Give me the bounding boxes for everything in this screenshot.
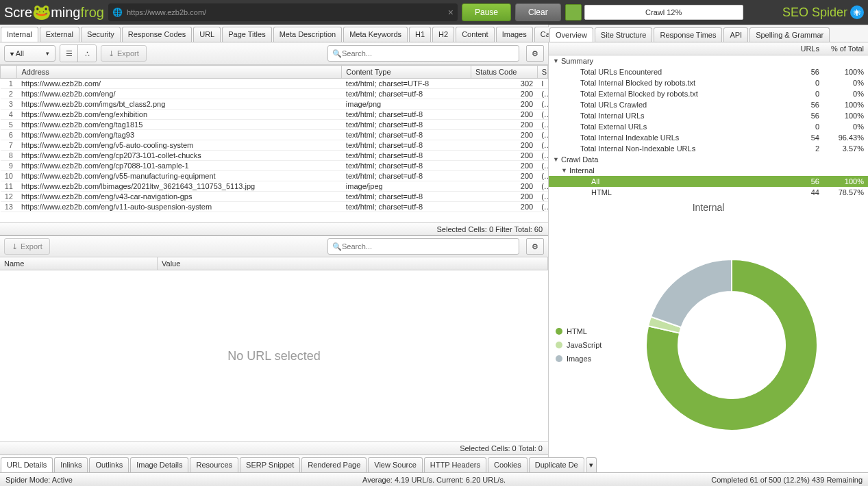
search-icon: 🔍 [332, 49, 342, 58]
tree-row[interactable]: ▼Summary [549, 55, 868, 66]
tab-external[interactable]: External [40, 27, 79, 42]
tab-meta-description[interactable]: Meta Description [273, 27, 343, 42]
col-name[interactable]: Name [0, 257, 158, 270]
filter-toolbar: ▾ All ▾ ☰ ⛬ ⤓Export 🔍 ⚙ [0, 42, 548, 65]
detail-tab-view-source[interactable]: View Source [368, 457, 423, 472]
search-icon: 🔍 [332, 242, 342, 251]
table-row[interactable]: 9https://www.ezb2b.com/eng/cp7088-101-sa… [1, 161, 548, 171]
export-icon: ⤓ [12, 242, 18, 251]
col-content-type[interactable]: Content Type [342, 66, 471, 79]
url-text: https://www.ezb2b.com/ [127, 8, 206, 16]
donut-chart [602, 256, 861, 434]
lower-toolbar: ⤓Export 🔍 ⚙ [0, 236, 548, 257]
table-row[interactable]: 10https://www.ezb2b.com/eng/v55-manufact… [1, 171, 548, 181]
url-grid[interactable]: Address Content Type Status Code S 1http… [0, 65, 548, 222]
right-tab-spelling-grammar[interactable]: Spelling & Grammar [749, 27, 830, 42]
status-bar: Spider Mode: Active Average: 4.19 URL/s.… [0, 472, 868, 486]
detail-tab-http-headers[interactable]: HTTP Headers [424, 457, 486, 472]
table-row[interactable]: 2https://www.ezb2b.com/eng/text/html; ch… [1, 89, 548, 99]
export-button[interactable]: ⤓Export [101, 45, 147, 62]
name-value-header: Name Value [0, 257, 548, 270]
clear-button[interactable]: Clear [515, 3, 561, 21]
table-row[interactable]: 3https://www.ezb2b.com/imgs/bt_class2.pn… [1, 99, 548, 110]
col-rownum[interactable] [1, 66, 17, 79]
table-row[interactable]: 1https://www.ezb2b.com/text/html; charse… [1, 79, 548, 89]
chart-area: HTMLJavaScriptImages [549, 217, 868, 472]
search-input[interactable]: 🔍 [327, 45, 519, 62]
detail-tab-resources[interactable]: Resources [190, 457, 238, 472]
tab-content[interactable]: Content [456, 27, 495, 42]
tab-images[interactable]: Images [496, 27, 533, 42]
detail-tab-image-details[interactable]: Image Details [130, 457, 188, 472]
tab-url[interactable]: URL [193, 27, 221, 42]
overview-tree[interactable]: ▼SummaryTotal URLs Encountered56100%Tota… [549, 55, 868, 198]
tree-row[interactable]: Total Internal Non-Indexable URLs23.57% [549, 143, 868, 154]
tree-row[interactable]: ▼Internal [549, 165, 868, 176]
right-tabs: OverviewSite StructureResponse TimesAPIS… [549, 25, 868, 42]
detail-tab-cookies[interactable]: Cookies [488, 457, 528, 472]
legend-item: Images [556, 355, 602, 363]
right-tab-site-structure[interactable]: Site Structure [595, 27, 653, 42]
chart-legend: HTMLJavaScriptImages [556, 327, 602, 363]
col-address[interactable]: Address [17, 66, 342, 79]
col-pct[interactable]: % of Total [823, 42, 868, 55]
table-row[interactable]: 5https://www.ezb2b.com/eng/tag1815text/h… [1, 120, 548, 130]
tree-row[interactable]: ▼Crawl Data [549, 154, 868, 165]
top-bar: Scre🐸mingfrog 🌐 https://www.ezb2b.com/ ×… [0, 0, 868, 25]
list-view-button[interactable]: ☰ [60, 45, 78, 62]
table-row[interactable]: 6https://www.ezb2b.com/eng/tag93text/htm… [1, 130, 548, 140]
tree-row[interactable]: Total URLs Crawled56100% [549, 99, 868, 110]
tab-meta-keywords[interactable]: Meta Keywords [343, 27, 408, 42]
detail-tab-outlinks[interactable]: Outlinks [89, 457, 129, 472]
tree-row[interactable]: Total Internal URLs56100% [549, 110, 868, 121]
tree-row[interactable]: All56100% [549, 176, 868, 187]
tree-row[interactable]: Total Internal Indexable URLs5496.43% [549, 132, 868, 143]
grid-footer: Selected Cells: 0 Filter Total: 60 [0, 222, 548, 235]
tab-page-titles[interactable]: Page Titles [222, 27, 271, 42]
table-row[interactable]: 7https://www.ezb2b.com/eng/v5-auto-cooli… [1, 140, 548, 151]
detail-tab-serp-snippet[interactable]: SERP Snippet [240, 457, 300, 472]
tree-row[interactable]: HTML4478.57% [549, 187, 868, 198]
right-tab-response-times[interactable]: Response Times [654, 27, 722, 42]
filter-settings-button[interactable]: ⚙ [526, 45, 544, 62]
progress-indicator-icon [565, 4, 582, 21]
col-s[interactable]: S [537, 66, 547, 79]
status-mid: Average: 4.19 URL/s. Current: 6.20 URL/s… [362, 476, 506, 484]
tab-security[interactable]: Security [81, 27, 121, 42]
tab-h1[interactable]: H1 [409, 27, 431, 42]
pause-button[interactable]: Pause [462, 3, 511, 21]
detail-tab-url-details[interactable]: URL Details [1, 457, 53, 472]
col-urls[interactable]: URLs [779, 42, 823, 55]
col-value[interactable]: Value [158, 257, 548, 270]
clear-url-icon[interactable]: × [448, 7, 454, 18]
tab-response-codes[interactable]: Response Codes [122, 27, 192, 42]
right-tab-overview[interactable]: Overview [549, 27, 593, 42]
table-row[interactable]: 13https://www.ezb2b.com/eng/v11-auto-sus… [1, 202, 548, 212]
lower-export-button[interactable]: ⤓Export [4, 238, 50, 255]
col-status-code[interactable]: Status Code [471, 66, 537, 79]
tree-view-button[interactable]: ⛬ [78, 45, 96, 62]
table-row[interactable]: 11https://www.ezb2b.com/lbimages/2021ltw… [1, 181, 548, 192]
lower-search-input[interactable]: 🔍 [327, 238, 519, 255]
status-left: Spider Mode: Active [5, 476, 73, 484]
table-row[interactable]: 4https://www.ezb2b.com/eng/exhibitiontex… [1, 110, 548, 120]
tab-internal[interactable]: Internal [1, 27, 38, 42]
tree-row[interactable]: Total External Blocked by robots.txt00% [549, 88, 868, 99]
tree-row[interactable]: Total External URLs00% [549, 121, 868, 132]
no-url-placeholder: No URL selected [0, 270, 548, 442]
table-row[interactable]: 12https://www.ezb2b.com/eng/v43-car-navi… [1, 192, 548, 202]
tree-row[interactable]: Total Internal Blocked by robots.txt00% [549, 77, 868, 88]
tree-row[interactable]: Total URLs Encountered56100% [549, 66, 868, 77]
table-row[interactable]: 8https://www.ezb2b.com/eng/cp2073-101-co… [1, 151, 548, 161]
legend-item: HTML [556, 327, 602, 335]
chart-title: Internal [549, 198, 868, 217]
tab-h2[interactable]: H2 [432, 27, 454, 42]
export-icon: ⤓ [108, 49, 114, 58]
right-tab-api[interactable]: API [723, 27, 748, 42]
detail-tab-inlinks[interactable]: Inlinks [54, 457, 88, 472]
legend-item: JavaScript [556, 341, 602, 349]
lower-filter-settings-button[interactable]: ⚙ [526, 238, 544, 255]
url-input[interactable]: 🌐 https://www.ezb2b.com/ × [108, 3, 458, 21]
filter-dropdown[interactable]: ▾ All ▾ [4, 45, 55, 62]
detail-tab-rendered-page[interactable]: Rendered Page [301, 457, 367, 472]
